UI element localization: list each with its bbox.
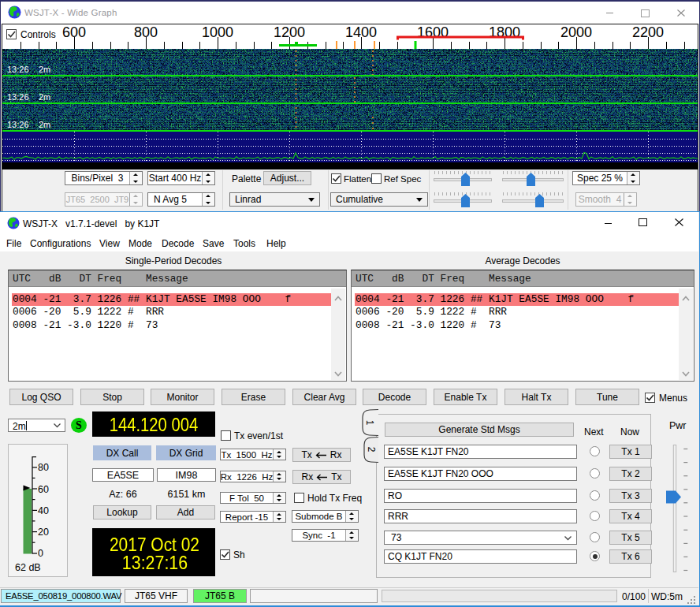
svg-text:60: 60	[38, 484, 49, 495]
svg-text:2m: 2m	[39, 92, 50, 102]
svg-text:0: 0	[38, 548, 43, 559]
svg-text:13:26: 13:26	[7, 120, 29, 129]
svg-text:20: 20	[38, 527, 49, 538]
svg-text:13:26: 13:26	[7, 92, 29, 102]
svg-text:80: 80	[38, 462, 49, 473]
svg-text:2m: 2m	[39, 65, 50, 74]
svg-text:2: 2	[366, 447, 377, 452]
svg-text:40: 40	[38, 505, 49, 516]
svg-text:1: 1	[364, 420, 375, 426]
svg-text:13:26: 13:26	[7, 65, 29, 74]
svg-text:2m: 2m	[39, 120, 50, 129]
